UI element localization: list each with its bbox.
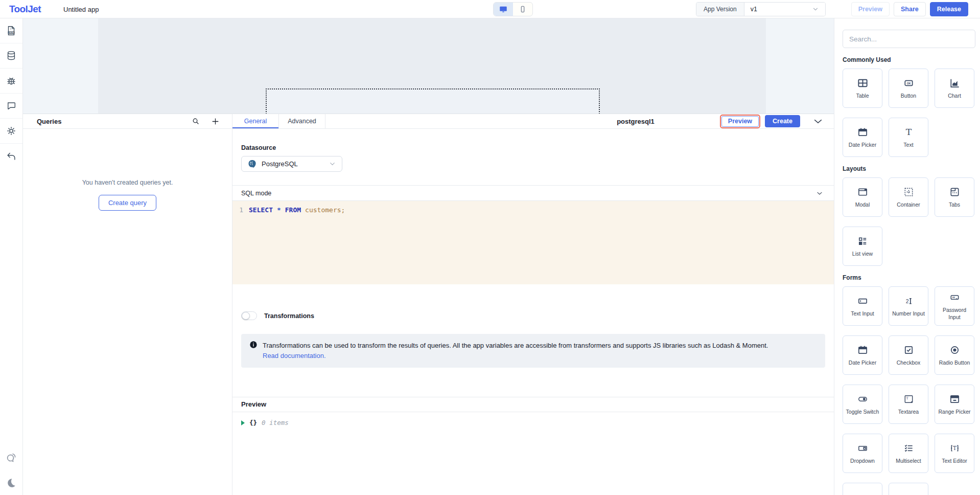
- svg-text:**: **: [952, 296, 955, 300]
- query-preview-section: Preview {} 0 items: [232, 397, 834, 433]
- calendar-icon: [857, 344, 869, 356]
- moon-icon: [6, 477, 17, 488]
- sidebar-item-undo[interactable]: [0, 144, 22, 169]
- reply-arrow-icon: [6, 151, 17, 162]
- widget-drop-outline: [266, 88, 600, 114]
- app-version-select[interactable]: v1: [744, 3, 825, 16]
- widget-card-modal[interactable]: Modal: [843, 177, 882, 217]
- tabs-icon: [949, 186, 961, 198]
- widget-card-toggleswitch[interactable]: Toggle Switch: [843, 385, 882, 424]
- toggle-knob: [242, 312, 250, 320]
- tab-general[interactable]: General: [232, 114, 279, 128]
- sql-keyword: FROM: [285, 206, 301, 215]
- preview-button-top[interactable]: Preview: [851, 2, 890, 16]
- text-editor-icon: T: [949, 442, 961, 454]
- widget-card-rangepicker[interactable]: Range Picker: [935, 385, 974, 424]
- svg-text:T: T: [906, 396, 908, 400]
- sidebar-item-comments[interactable]: [0, 94, 22, 119]
- widget-card-button[interactable]: OK Button: [889, 69, 928, 108]
- read-documentation-link[interactable]: Read documentation.: [263, 352, 326, 359]
- widget-card-multiselect[interactable]: Multiselect: [889, 434, 928, 473]
- chevron-down-icon: [812, 6, 819, 13]
- section-title-forms: Forms: [843, 274, 975, 281]
- preview-button-highlight: Preview: [720, 115, 760, 128]
- sql-mode-section[interactable]: SQL mode: [232, 185, 834, 201]
- sidebar-item-darkmode[interactable]: [0, 470, 22, 495]
- widget-card-radiobutton[interactable]: Radio Button: [935, 335, 974, 375]
- preview-empty-row: {} 0 items: [232, 412, 834, 433]
- calendar-icon: [857, 126, 869, 138]
- transformations-info-box: Transformations can be used to transform…: [241, 334, 825, 368]
- tooljet-logo: ToolJet: [9, 4, 41, 15]
- widget-search-input[interactable]: [843, 30, 975, 48]
- checkbox-icon: [903, 344, 915, 356]
- code-line: 1 SELECT * FROM customers;: [232, 206, 834, 215]
- transformations-toggle[interactable]: [241, 311, 257, 320]
- sql-mode-label: SQL mode: [241, 190, 271, 197]
- app-version-value: v1: [751, 6, 757, 13]
- widget-card-tabs[interactable]: Tabs: [935, 177, 974, 217]
- desktop-toggle[interactable]: [494, 3, 513, 16]
- text-input-icon: [857, 295, 869, 307]
- sidebar-item-debugger[interactable]: [0, 69, 22, 94]
- share-button[interactable]: Share: [894, 2, 926, 16]
- widget-card-datepicker2[interactable]: Date Picker: [843, 335, 882, 375]
- sidebar-item-inspector[interactable]: (:) JSON: [0, 18, 22, 43]
- query-name[interactable]: postgresql1: [617, 118, 655, 125]
- datasource-label: Datasource: [241, 144, 834, 151]
- release-button[interactable]: Release: [930, 2, 968, 16]
- canvas-background: [23, 18, 834, 114]
- sidebar-item-settings[interactable]: [0, 119, 22, 144]
- app-name[interactable]: Untitled app: [63, 6, 99, 13]
- query-create-button[interactable]: Create: [765, 115, 800, 127]
- widget-card-passwordinput[interactable]: ** Password Input: [935, 286, 974, 326]
- chevron-down-icon: [329, 160, 336, 168]
- widget-grid: Text Input 2 Number Input ** Password In…: [843, 286, 975, 495]
- section-title-commonly-used: Commonly Used: [843, 56, 975, 63]
- modal-icon: [857, 186, 869, 198]
- widget-card-numberinput[interactable]: 2 Number Input: [889, 286, 928, 326]
- sql-code-editor[interactable]: 1 SELECT * FROM customers;: [232, 201, 834, 284]
- chat-icon: [6, 100, 17, 111]
- widget-card-chart[interactable]: Chart: [935, 69, 974, 108]
- preview-section-title: Preview: [232, 397, 834, 412]
- sidebar-item-datasources[interactable]: [0, 43, 22, 69]
- search-queries-icon[interactable]: [192, 117, 200, 125]
- transformations-label: Transformations: [264, 312, 314, 320]
- widget-card-textarea[interactable]: T Textarea: [889, 385, 928, 424]
- datasource-select[interactable]: PostgreSQL: [241, 156, 342, 172]
- queries-empty-state: You haven't created queries yet. Create …: [23, 179, 232, 211]
- collapse-panel-chevron-icon[interactable]: [812, 116, 824, 127]
- gear-icon: [6, 125, 17, 137]
- toggle-switch-icon: [857, 393, 869, 405]
- svg-text:T: T: [905, 127, 912, 137]
- tab-advanced[interactable]: Advanced: [279, 114, 325, 128]
- widget-card-texteditor[interactable]: T Text Editor: [935, 434, 974, 473]
- create-query-button[interactable]: Create query: [99, 195, 156, 211]
- sql-identifier: customers;: [305, 206, 345, 215]
- queries-title: Queries: [37, 118, 61, 125]
- add-query-icon[interactable]: [211, 117, 220, 126]
- widget-grid: Modal Container Tabs List view: [843, 177, 975, 266]
- radio-button-icon: [949, 344, 961, 356]
- query-preview-button[interactable]: Preview: [721, 116, 759, 127]
- widget-card-datepicker[interactable]: Date Picker: [843, 118, 882, 157]
- textarea-icon: T: [903, 393, 915, 405]
- widget-card-textinput[interactable]: Text Input: [843, 286, 882, 326]
- widget-card-checkbox[interactable]: Checkbox: [889, 335, 928, 375]
- widget-card-text[interactable]: T Text: [889, 118, 928, 157]
- widget-card-listview[interactable]: List view: [843, 227, 882, 266]
- bug-icon: [6, 75, 17, 86]
- expand-triangle-icon[interactable]: [241, 420, 245, 425]
- widget-card-file[interactable]: [889, 483, 928, 495]
- app-version-label: App Version: [696, 3, 744, 16]
- container-icon: [903, 186, 915, 198]
- widget-card-dropdown[interactable]: Dropdown: [843, 434, 882, 473]
- widget-card-table[interactable]: Table: [843, 69, 882, 108]
- widget-card-star-rating[interactable]: [843, 483, 882, 495]
- widget-card-container[interactable]: Container: [889, 177, 928, 217]
- mobile-toggle[interactable]: [513, 3, 532, 16]
- table-icon: [857, 77, 869, 89]
- app-version-group: App Version v1: [696, 2, 826, 16]
- sidebar-item-support[interactable]: [0, 445, 22, 470]
